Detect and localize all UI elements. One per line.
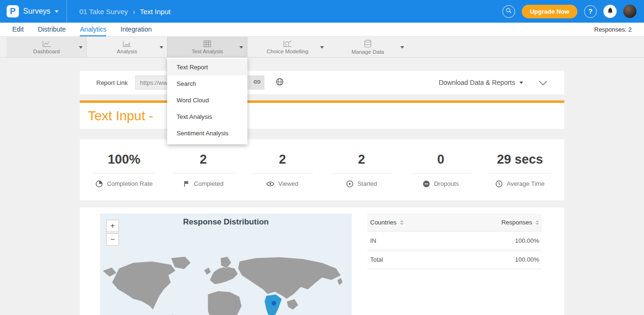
help-button[interactable]: ?	[584, 5, 597, 18]
responses-cell: 100.00%	[515, 256, 539, 263]
zoom-out-button[interactable]: −	[106, 233, 119, 246]
menu-item-text-analysis[interactable]: Text Analysis	[167, 108, 247, 125]
play-icon	[346, 180, 354, 188]
product-switcher[interactable]: P Surveys	[0, 0, 67, 23]
gauge-icon	[95, 180, 103, 188]
stat-started: 2 Started	[322, 152, 401, 188]
country-cell: Total	[370, 256, 383, 263]
user-avatar[interactable]	[623, 5, 636, 18]
chevron-down-icon	[55, 10, 59, 13]
table-row: IN 100.00%	[367, 232, 542, 250]
main-content: Report Link Download Data & Reports Text…	[0, 71, 644, 315]
responses-column-header[interactable]: Responses	[501, 219, 539, 226]
notifications-button[interactable]	[603, 5, 617, 18]
page-title: Text Input -	[88, 108, 153, 124]
line-chart-icon	[42, 40, 51, 48]
chevron-down-icon	[239, 46, 243, 49]
nav-item-distribute[interactable]: Distribute	[38, 23, 66, 36]
chevron-down-icon	[400, 46, 404, 49]
minus-icon	[423, 180, 430, 188]
top-bar: P Surveys 01 Take Survey › Text Input Up…	[0, 0, 644, 23]
stat-average-time: 29 secs Average Time	[480, 152, 559, 188]
globe-icon	[276, 78, 284, 88]
menu-item-search[interactable]: Search	[167, 75, 247, 92]
combo-chart-icon	[283, 40, 292, 48]
nav-item-integration[interactable]: Integration	[120, 23, 152, 36]
stats-summary: 100% Completion Rate 2 Completed 2	[80, 139, 564, 200]
responses-count: Responses: 2	[594, 26, 632, 33]
public-report-button[interactable]	[276, 78, 284, 88]
menu-item-word-cloud[interactable]: Word Cloud	[167, 92, 247, 108]
map-title: Response Distribution	[100, 217, 352, 227]
analytics-toolbar: Dashboard Analysis Text Analysis Choice …	[0, 36, 644, 58]
table-row: Total 100.00%	[367, 250, 542, 269]
stat-viewed: 2 Viewed	[243, 152, 322, 187]
breadcrumb-survey-link[interactable]: 01 Take Survey	[79, 8, 128, 16]
country-cell: IN	[370, 237, 376, 244]
stat-completed: 2 Completed	[164, 152, 243, 188]
tab-analysis[interactable]: Analysis	[87, 37, 167, 57]
tab-choice-modelling[interactable]: Choice Modelling	[247, 37, 328, 57]
stat-completion-rate: 100% Completion Rate	[85, 152, 164, 188]
map-zoom-controls: + −	[106, 220, 119, 246]
stat-dropouts: 0 Dropouts	[401, 152, 481, 188]
tab-text-analysis[interactable]: Text Analysis	[167, 37, 247, 57]
upgrade-now-button[interactable]: Upgrade Now	[522, 5, 577, 18]
bell-icon	[607, 7, 614, 16]
flag-icon	[183, 180, 190, 188]
countries-column-header[interactable]: Countries	[370, 219, 404, 226]
breadcrumb-current: Text Input	[140, 8, 170, 16]
menu-item-sentiment-analysis[interactable]: Sentiment Analysis	[167, 125, 247, 141]
report-link-bar: Report Link Download Data & Reports	[80, 71, 564, 94]
responses-cell: 100.00%	[515, 237, 539, 244]
chevron-down-icon	[79, 46, 83, 49]
text-analysis-menu: Text Report Search Word Cloud Text Analy…	[167, 58, 247, 144]
world-map[interactable]: Response Distribution + −	[100, 214, 352, 315]
table-icon	[203, 40, 212, 48]
chevron-down-icon	[160, 46, 163, 49]
tab-manage-data[interactable]: Manage Data	[328, 37, 408, 57]
world-map-graphic	[100, 254, 352, 315]
menu-item-text-report[interactable]: Text Report	[167, 59, 247, 75]
countries-table: Countries Responses IN 100.00% Total 100…	[367, 214, 542, 315]
response-distribution-section: Response Distribution + −	[80, 207, 564, 315]
eye-icon	[266, 181, 274, 187]
zoom-in-button[interactable]: +	[106, 220, 119, 232]
link-icon	[253, 78, 261, 88]
area-chart-icon	[122, 40, 132, 48]
breadcrumb-separator: ›	[133, 8, 135, 16]
clock-icon	[495, 180, 503, 188]
tab-dashboard[interactable]: Dashboard	[7, 37, 87, 57]
search-button[interactable]	[502, 5, 515, 18]
breadcrumb: 01 Take Survey › Text Input	[67, 8, 170, 16]
search-icon	[505, 7, 512, 16]
sort-icon	[535, 220, 539, 225]
database-icon	[363, 40, 373, 48]
topbar-actions: Upgrade Now ?	[502, 5, 644, 18]
collapse-panel-chevron-icon[interactable]	[539, 77, 547, 85]
question-title-card: Text Input -	[80, 103, 564, 129]
app-logo: P	[7, 5, 19, 17]
chevron-down-icon	[320, 46, 324, 49]
download-data-reports-dropdown[interactable]: Download Data & Reports	[439, 79, 523, 86]
countries-table-header: Countries Responses	[367, 214, 542, 232]
nav-item-edit[interactable]: Edit	[12, 23, 24, 36]
report-link-label: Report Link	[96, 79, 127, 86]
chevron-down-icon	[519, 82, 523, 84]
sort-icon	[400, 220, 404, 225]
nav-item-analytics[interactable]: Analytics	[80, 23, 106, 36]
survey-nav: Edit Distribute Analytics Integration Re…	[0, 23, 644, 36]
copy-link-button[interactable]	[249, 75, 264, 90]
product-name: Surveys	[23, 7, 51, 16]
highlighted-country-in	[264, 294, 282, 315]
